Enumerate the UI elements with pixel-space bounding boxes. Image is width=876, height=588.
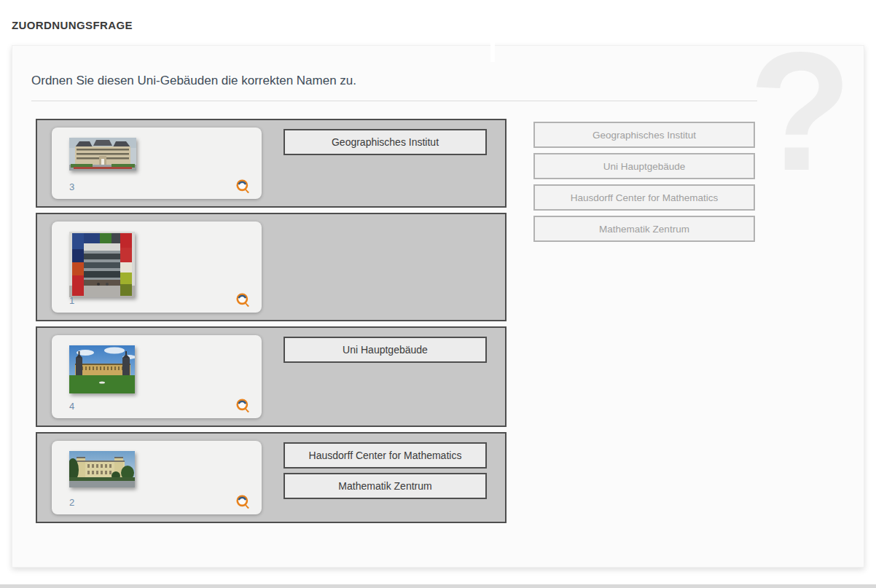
answer-option[interactable]: Uni Hauptgebäude [533,153,755,179]
photo-card-footer: 4 [69,398,251,414]
assigned-answer-chip[interactable]: Mathematik Zentrum [283,473,487,499]
divider [31,101,757,101]
classical-yellow-building-photo[interactable] [69,451,135,487]
photo-card-footer: 3 [69,179,251,195]
assigned-answers: Uni Hauptgebäude [283,335,487,363]
photo-card[interactable]: 1 [52,222,262,313]
zoom-magnifier-icon[interactable] [235,494,251,510]
photo-number: 1 [69,295,74,308]
photo-card[interactable]: 4 [52,335,262,418]
answer-option[interactable]: Geographisches Institut [533,122,755,148]
photo-card-footer: 2 [69,494,251,510]
match-row-drop-zone[interactable]: 1 [36,213,507,321]
photo-number: 2 [69,497,74,510]
zoom-magnifier-icon[interactable] [235,398,251,414]
answer-option[interactable]: Hausdorff Center for Mathematics [533,184,755,211]
zoom-magnifier-icon[interactable] [235,179,251,195]
match-row-drop-zone[interactable]: 2 Hausdorff Center for Mathematics Mathe… [36,432,507,523]
photo-card-footer: 1 [69,292,251,308]
geographisches-institut-building-photo[interactable] [69,138,136,170]
answer-options-list: Geographisches Institut Uni Hauptgebäude… [533,119,755,528]
assigned-answers: Geographisches Institut [283,128,487,155]
photo-card[interactable]: 3 [52,128,262,199]
photo-card[interactable]: 2 [52,441,262,514]
assigned-answers [283,222,487,223]
assigned-answers: Hausdorff Center for Mathematics Mathema… [283,441,487,499]
match-row-drop-zone[interactable]: 3 Geographisches Institut [36,119,507,208]
match-row-drop-zone[interactable]: 4 Uni Hauptgebäude [36,326,507,427]
photo-number: 3 [69,181,74,195]
photo-number: 4 [69,401,74,414]
bottom-divider-strip [0,584,876,588]
zoom-magnifier-icon[interactable] [235,292,251,308]
matching-area: 3 Geographisches Institut [36,119,864,528]
tooltip-notch [490,40,495,62]
question-card: ? Ordnen Sie diesen Uni-Gebäuden die kor… [12,45,864,568]
assigned-answer-chip[interactable]: Geographisches Institut [283,129,487,155]
colorful-arch-glass-building-photo[interactable] [69,232,135,297]
match-rows: 3 Geographisches Institut [36,119,507,528]
assigned-answer-chip[interactable]: Uni Hauptgebäude [283,337,487,363]
answer-option[interactable]: Mathematik Zentrum [533,216,755,242]
question-instruction: Ordnen Sie diesen Uni-Gebäuden die korre… [31,74,718,88]
assigned-answer-chip[interactable]: Hausdorff Center for Mathematics [283,442,487,469]
page-title: ZUORDNUNGSFRAGE [12,19,133,31]
uni-hauptgebaeude-palace-photo[interactable] [69,345,135,393]
